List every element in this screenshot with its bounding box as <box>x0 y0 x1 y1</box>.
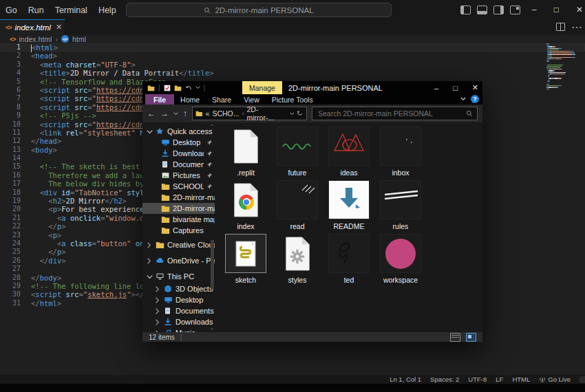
chevron-down-icon[interactable] <box>195 86 200 89</box>
file-workspace[interactable]: workspace <box>380 234 432 287</box>
explorer-forward-icon[interactable]: → <box>160 109 169 118</box>
go-live-button[interactable]: Go Live <box>539 375 571 383</box>
refresh-icon[interactable] <box>297 110 304 117</box>
help-icon[interactable]: ? <box>471 95 479 103</box>
status-encoding[interactable]: UTF-8 <box>468 375 487 383</box>
explorer-close-button[interactable]: ✕ <box>472 83 478 92</box>
chevron-right-icon[interactable] <box>155 286 161 292</box>
file-rules[interactable]: rules <box>380 180 432 234</box>
address-dropdown-icon[interactable] <box>290 112 295 116</box>
status-language-mode[interactable]: HTML <box>512 375 530 383</box>
menu-help[interactable]: Help <box>93 6 122 15</box>
nav-item-3d-objects[interactable]: 3D Objects <box>142 283 215 294</box>
explorer-maximize-button[interactable]: □ <box>453 84 458 92</box>
path-crumb-current[interactable]: 2D-mirror-... <box>246 105 284 122</box>
chevron-down-icon[interactable] <box>147 129 153 134</box>
nav-item-2d-mirror-main[interactable]: 2D-mirror-main <box>142 203 215 214</box>
ribbon-tab-view[interactable]: View <box>237 94 266 105</box>
chevron-right-icon[interactable] <box>155 297 161 303</box>
status-indentation[interactable]: Spaces: 2 <box>430 375 459 383</box>
breadcrumb-file[interactable]: index.html <box>19 35 52 43</box>
status-cursor-position[interactable]: Ln 1, Col 1 <box>390 375 421 383</box>
menu-run[interactable]: Run <box>23 6 50 15</box>
code-text: </body> <box>31 274 61 282</box>
ribbon-tab-share[interactable]: Share <box>206 94 237 105</box>
search-input[interactable] <box>317 109 463 118</box>
explorer-back-icon[interactable]: ← <box>147 109 156 118</box>
toggle-secondary-sidebar-icon[interactable] <box>493 6 504 14</box>
nav-item-documents[interactable]: Documents <box>142 305 215 316</box>
close-button[interactable]: ✕ <box>571 5 585 14</box>
maximize-button[interactable]: □ <box>549 5 564 14</box>
chevron-down-icon[interactable] <box>147 274 153 279</box>
file--replit[interactable]: .replit <box>225 127 277 180</box>
chevron-right-icon[interactable] <box>155 308 161 314</box>
file-index[interactable]: index <box>225 180 277 234</box>
manage-tab-group[interactable]: Manage <box>242 81 282 94</box>
file-future[interactable]: future <box>277 127 328 180</box>
undo-icon[interactable] <box>185 85 192 91</box>
minimize-button[interactable]: – <box>526 5 542 14</box>
folder-icon[interactable] <box>147 85 155 91</box>
new-folder-icon[interactable] <box>174 85 182 91</box>
toggle-panel-icon[interactable] <box>477 6 487 14</box>
address-bar[interactable]: « SCHO... › 2D-mirror-... <box>192 107 307 120</box>
file-styles[interactable]: styles <box>277 234 328 287</box>
chevron-right-icon[interactable] <box>147 242 153 248</box>
file-sketch[interactable]: sketch <box>225 234 277 287</box>
chevron-right-icon[interactable] <box>147 258 153 264</box>
nav-item-label: Documents <box>173 160 204 168</box>
more-actions-icon[interactable]: ⋯ <box>571 21 582 34</box>
ribbon-tab-picture-tools[interactable]: Picture Tools <box>266 94 319 105</box>
command-center[interactable]: 2D-mirror-main PERSONAL <box>126 3 392 17</box>
tab-index-html[interactable]: <> index.html ✕ <box>0 19 65 34</box>
up-icon[interactable]: ↑ <box>183 109 187 118</box>
explorer-minimize-button[interactable]: – <box>434 84 438 92</box>
nav-item-music[interactable]: Music <box>142 327 215 332</box>
chevron-right-icon[interactable] <box>155 319 161 325</box>
collapse-ribbon-icon[interactable] <box>460 97 466 101</box>
file-ideas[interactable]: ideas <box>328 127 380 180</box>
breadcrumb-symbol[interactable]: html <box>72 35 86 43</box>
nav-item-downloads[interactable]: Downloads <box>142 148 215 159</box>
nav-item-captures[interactable]: Captures <box>142 225 215 236</box>
nav-item-onedrive-personal[interactable]: OneDrive - Personal <box>142 254 215 268</box>
ribbon-tab-file[interactable]: File <box>145 94 174 105</box>
code-text: <body> <box>31 146 57 154</box>
menu-terminal[interactable]: Terminal <box>50 6 93 15</box>
details-view-icon[interactable] <box>450 333 460 342</box>
nav-item-desktop[interactable]: Desktop <box>142 137 215 148</box>
nav-item-documents[interactable]: Documents <box>142 159 215 170</box>
file-name: index <box>225 222 266 230</box>
nav-item-pictures[interactable]: Pictures <box>142 170 215 181</box>
recent-locations-icon[interactable] <box>173 112 178 116</box>
customize-layout-icon[interactable] <box>510 6 520 14</box>
file-ted[interactable]: ted <box>328 234 380 287</box>
nav-item-downloads[interactable]: Downloads <box>142 316 215 327</box>
file-read[interactable]: read <box>277 180 328 234</box>
nav-item-bivariate-map[interactable]: bivariate map <box>142 214 215 225</box>
code-text: <html> <box>31 43 58 52</box>
nav-item-2d-mirror-main[interactable]: 2D-mirror-main <box>142 192 215 203</box>
nav-item-desktop[interactable]: Desktop <box>142 294 215 305</box>
menu-go[interactable]: Go <box>0 6 23 15</box>
split-editor-icon[interactable] <box>556 23 565 31</box>
nav-item-quick-access[interactable]: Quick access <box>142 126 215 137</box>
minimap[interactable] <box>546 43 584 90</box>
file-readme[interactable]: README <box>328 180 380 234</box>
tab-close-icon[interactable]: ✕ <box>56 23 62 32</box>
chevron-right-icon: › <box>55 35 58 43</box>
file-inbox[interactable]: inbox <box>380 127 432 180</box>
nav-item-creative-cloud-files[interactable]: Creative Cloud Files <box>142 238 215 252</box>
large-icons-view-icon[interactable] <box>466 333 476 342</box>
status-eol[interactable]: LF <box>496 375 503 383</box>
search-box[interactable] <box>312 107 478 120</box>
explorer-window: | | Manage 2D-mirror-main PERSONAL – □ ✕… <box>142 81 482 342</box>
path-crumb-parent[interactable]: SCHO... <box>212 109 239 118</box>
sidebar-scrollbar[interactable]: ⌃⌄ <box>209 124 215 331</box>
properties-check-icon[interactable] <box>164 85 171 91</box>
ribbon-tab-home[interactable]: Home <box>174 94 206 105</box>
toggle-sidebar-icon[interactable] <box>460 6 471 14</box>
nav-item-school[interactable]: SCHOOL <box>142 181 215 192</box>
nav-item-this-pc[interactable]: This PC <box>142 270 215 283</box>
